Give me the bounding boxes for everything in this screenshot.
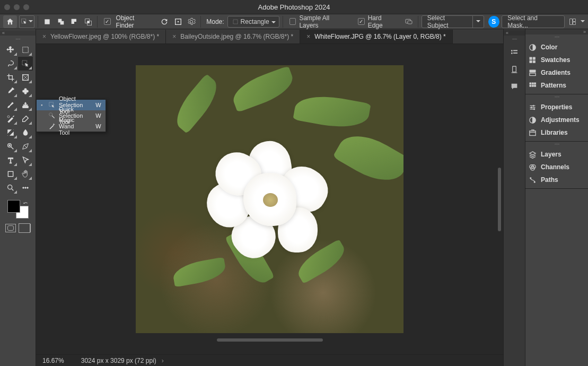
path-selection-tool[interactable] [18,153,33,167]
hard-edge-checkbox[interactable] [358,18,365,25]
svg-rect-47 [532,82,533,84]
subtract-selection-icon[interactable] [68,16,80,28]
close-window-icon[interactable] [4,4,10,10]
gradient-tool[interactable] [3,126,18,140]
marquee-tool[interactable] [18,43,33,57]
tools-collapse-icon[interactable] [0,30,36,36]
svg-rect-49 [530,85,531,86]
document-dimensions[interactable]: 3024 px x 3029 px (72 ppi) [81,357,164,364]
hand-tool[interactable] [18,167,33,181]
history-brush-tool[interactable] [3,112,18,126]
libraries-panel[interactable]: Libraries [525,126,588,139]
zoom-tool[interactable] [3,181,18,195]
screen-mode-icon[interactable] [20,224,31,232]
pen-tool[interactable] [18,140,33,153]
drag-handle-icon[interactable] [525,34,588,39]
window-controls [4,4,29,10]
healing-brush-tool[interactable] [18,84,33,98]
quick-mask-icon[interactable] [5,224,16,232]
svg-rect-11 [233,20,238,24]
zoom-level[interactable]: 16.67% [42,357,64,364]
add-selection-icon[interactable] [55,16,67,28]
select-subject-button[interactable]: Select Subject [422,15,484,28]
sample-all-layers-checkbox[interactable] [289,18,296,25]
dodge-tool[interactable] [3,140,18,153]
refresh-icon[interactable] [159,16,170,28]
mode-dropdown[interactable]: Rectangle [227,16,279,28]
canvas[interactable] [36,44,503,354]
feedback-icon[interactable] [403,16,415,28]
foreground-color[interactable] [7,200,20,213]
eraser-tool[interactable] [18,112,33,126]
channels-panel[interactable]: Channels [525,161,588,173]
type-tool[interactable] [3,153,18,167]
eyedropper-tool[interactable] [3,84,18,98]
workspace-dropdown[interactable] [581,20,585,24]
document-tab[interactable]: ×YellowFlower.jpeg @ 100% (RGB/8*) * [36,30,166,43]
gradients-panel[interactable]: Gradients [525,66,588,79]
drag-handle-icon[interactable] [7,37,29,41]
device-preview-icon[interactable] [507,62,522,77]
close-tab-icon[interactable]: × [42,33,46,40]
maximize-window-icon[interactable] [23,4,29,10]
user-avatar[interactable]: S [488,16,500,28]
drag-handle-icon[interactable] [504,37,525,41]
svg-point-26 [8,145,10,146]
object-selection-tool[interactable] [18,57,33,71]
clone-stamp-tool[interactable] [18,98,33,112]
svg-point-30 [24,187,26,189]
svg-point-10 [177,21,179,22]
photo-content [136,65,403,333]
select-and-mask-button[interactable]: Select and Mask... [502,15,565,28]
adjustments-panel[interactable]: Adjustments [525,114,588,126]
select-subject-dropdown[interactable] [473,19,484,24]
comments-panel-icon[interactable] [507,79,522,94]
workspace-icon[interactable] [567,16,578,28]
lasso-tool[interactable] [3,57,18,71]
color-panel[interactable]: Color [525,41,588,54]
swatches-panel[interactable]: Swatches [525,54,588,66]
flyout-magic-wand[interactable]: Magic Wand Tool W [37,121,106,132]
history-panel-icon[interactable] [507,45,522,60]
settings-gear-icon[interactable] [186,16,198,28]
document-tab[interactable]: ×WhiteFlower.JPG @ 16.7% (Layer 0, RGB/8… [300,30,453,43]
current-tool-preset[interactable] [19,15,35,28]
intersect-selection-icon[interactable] [82,16,94,28]
dock-collapse-icon[interactable] [504,30,525,36]
new-selection-icon[interactable] [41,16,53,28]
document-tab[interactable]: ×BaileyOutside.jpeg @ 16.7% (RGB/8*) * [166,30,300,43]
drag-handle-icon[interactable] [525,142,588,146]
svg-rect-56 [530,130,536,135]
svg-rect-38 [513,66,516,72]
svg-point-53 [531,107,532,108]
move-tool[interactable] [3,43,18,57]
paths-panel[interactable]: Paths [525,173,588,186]
object-finder-checkbox[interactable] [104,18,111,25]
home-button[interactable] [3,15,17,28]
shape-tool[interactable] [3,167,18,181]
swap-colors-icon[interactable]: ⤺ [23,200,28,206]
brush-tool[interactable] [3,98,18,112]
frame-tool[interactable] [18,71,33,84]
minimize-window-icon[interactable] [14,4,20,10]
svg-rect-48 [534,82,536,84]
close-tab-icon[interactable]: × [306,33,310,40]
right-panels: Color Swatches Gradients Patterns Proper… [525,29,588,366]
svg-rect-44 [530,69,536,72]
horizontal-scrollbar[interactable] [217,338,323,342]
svg-rect-42 [530,60,532,63]
object-finder-label: Object Finder [116,14,154,29]
svg-point-33 [49,113,52,116]
vertical-scrollbar[interactable] [498,168,501,231]
show-overlay-icon[interactable] [172,16,184,28]
close-tab-icon[interactable]: × [172,33,176,40]
edit-toolbar[interactable] [18,181,33,195]
drag-handle-icon[interactable] [525,94,588,99]
blur-tool[interactable] [18,126,33,140]
properties-panel[interactable]: Properties [525,101,588,114]
crop-tool[interactable] [3,71,18,84]
layers-panel[interactable]: Layers [525,148,588,161]
collapsed-dock [503,29,525,366]
color-swatches[interactable]: ⤺ [7,200,29,219]
patterns-panel[interactable]: Patterns [525,79,588,92]
